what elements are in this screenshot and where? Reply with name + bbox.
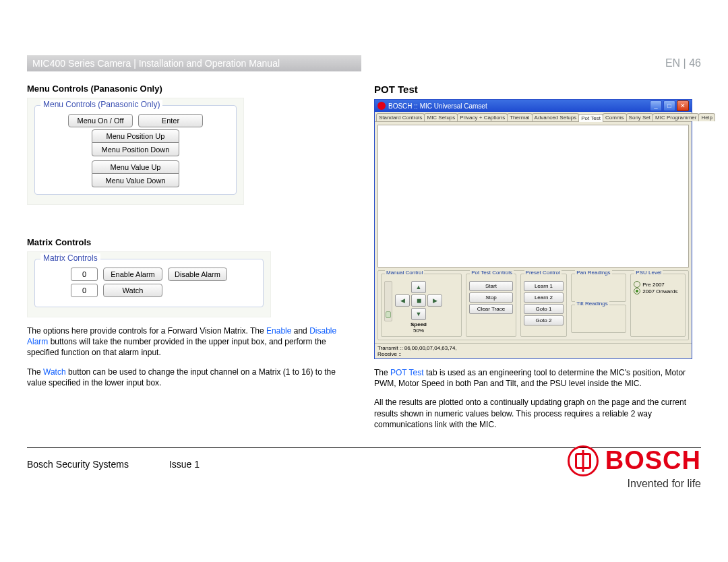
matrix-controls-panel: Matrix Controls Enable Alarm Disable Ala… xyxy=(27,251,271,317)
start-button[interactable]: Start xyxy=(469,281,512,291)
app-icon xyxy=(377,102,386,110)
menu-onoff-button[interactable]: Menu On / Off xyxy=(68,114,133,127)
status-bar: Transmit :: 86,00,00,07,04,63,74, Receiv… xyxy=(375,343,692,358)
tab-mic-programmer[interactable]: MIC Programmer xyxy=(653,113,699,121)
pot-test-description-2: All the results are plotted onto a conti… xyxy=(374,397,701,430)
lower-panel: Manual Control ▲ ◀ ◼ ▶ xyxy=(377,270,689,340)
tab-pot-test[interactable]: Pot Test xyxy=(578,114,603,122)
tab-bar: Standard ControlsMIC SetupsPrivacy + Cap… xyxy=(375,112,692,122)
speed-label: Speed50% xyxy=(395,321,442,334)
tab-help[interactable]: Help xyxy=(698,113,715,121)
arrow-center-button[interactable]: ◼ xyxy=(411,294,426,307)
matrix-description-2: The Watch button can be used to change t… xyxy=(27,367,354,388)
pot-test-controls-group: Pot Test Controls Start Stop Clear Trace xyxy=(466,274,516,337)
transmit-status: Transmit :: 86,00,00,07,04,63,74, xyxy=(377,345,689,351)
tab-thermal[interactable]: Thermal xyxy=(507,113,532,121)
menu-controls-heading: Menu Controls (Panasonic Only) xyxy=(27,84,354,94)
minimize-button[interactable]: _ xyxy=(650,100,662,111)
manual-control-group: Manual Control ▲ ◀ ◼ ▶ xyxy=(381,274,462,337)
maximize-button[interactable]: □ xyxy=(663,100,675,111)
matrix-description-1: The options here provide controls for a … xyxy=(27,325,354,358)
watch-number-input[interactable] xyxy=(71,284,98,297)
disable-alarm-button[interactable]: Disable Alarm xyxy=(168,268,227,281)
tilt-readings-group: Tilt Readings xyxy=(571,305,626,333)
bosch-slogan: Invented for life xyxy=(568,478,701,490)
pan-readings-title: Pan Readings xyxy=(575,270,611,276)
menu-controls-group-title: Menu Controls (Panasonic Only) xyxy=(40,100,162,109)
psu-level-group: PSU Level Pre 2007 2007 Onwards xyxy=(630,274,686,337)
alarm-number-input[interactable] xyxy=(71,268,98,281)
tab-sony-set[interactable]: Sony Set xyxy=(626,113,653,121)
page-number: EN | 46 xyxy=(665,57,701,69)
menu-controls-panel: Menu Controls (Panasonic Only) Menu On /… xyxy=(27,98,244,205)
matrix-controls-group-title: Matrix Controls xyxy=(40,253,100,263)
tab-advanced-setups[interactable]: Advanced Setups xyxy=(532,113,580,121)
matrix-controls-group: Matrix Controls Enable Alarm Disable Ala… xyxy=(34,259,264,307)
arrow-right-button[interactable]: ▶ xyxy=(427,294,442,307)
footer-company: Bosch Security Systems xyxy=(27,459,129,470)
menu-position-up-button[interactable]: Menu Position Up xyxy=(92,129,179,143)
arrow-down-button[interactable]: ▼ xyxy=(411,308,426,320)
learn-2-button[interactable]: Learn 2 xyxy=(524,292,564,303)
enable-alarm-button[interactable]: Enable Alarm xyxy=(103,268,162,281)
bosch-logo: BOSCH Invented for life xyxy=(568,445,701,490)
bosch-logo-icon xyxy=(568,445,599,476)
menu-position-down-button[interactable]: Menu Position Down xyxy=(92,143,179,156)
receive-status: Receive :: xyxy=(377,351,689,357)
footer-issue: Issue 1 xyxy=(169,459,200,470)
goto-1-button[interactable]: Goto 1 xyxy=(524,304,564,314)
tab-privacy-captions[interactable]: Privacy + Captions xyxy=(457,113,508,121)
menu-value-down-button[interactable]: Menu Value Down xyxy=(92,174,179,187)
window-titlebar: BOSCH :: MIC Universal Camset _ □ ✕ xyxy=(375,100,692,112)
graph-canvas xyxy=(377,125,689,268)
tab-mic-setups[interactable]: MIC Setups xyxy=(424,113,458,121)
enter-button[interactable]: Enter xyxy=(138,114,203,127)
learn-1-button[interactable]: Learn 1 xyxy=(524,281,564,291)
speed-slider[interactable] xyxy=(384,281,392,321)
pot-test-heading: POT Test xyxy=(374,84,701,95)
goto-2-button[interactable]: Goto 2 xyxy=(524,315,564,325)
arrow-up-button[interactable]: ▲ xyxy=(411,281,426,293)
header-title: MIC400 Series Camera | Installation and … xyxy=(27,55,361,71)
bosch-logo-text: BOSCH xyxy=(605,446,701,475)
camset-window: BOSCH :: MIC Universal Camset _ □ ✕ Stan… xyxy=(374,99,692,359)
window-title: BOSCH :: MIC Universal Camset xyxy=(388,102,487,110)
psu-level-title: PSU Level xyxy=(634,270,663,276)
psu-2007onwards-radio[interactable]: 2007 Onwards xyxy=(634,288,682,294)
preset-control-group: Preset Control Learn 1 Learn 2 Goto 1 Go… xyxy=(520,274,568,337)
tilt-readings-title: Tilt Readings xyxy=(575,301,609,307)
manual-control-title: Manual Control xyxy=(385,270,424,276)
close-button[interactable]: ✕ xyxy=(677,100,689,111)
stop-button[interactable]: Stop xyxy=(469,292,512,303)
preset-control-title: Preset Control xyxy=(524,270,562,276)
pot-test-description-1: The POT Test tab is used as an engineeri… xyxy=(374,367,701,389)
menu-value-up-button[interactable]: Menu Value Up xyxy=(92,160,179,174)
tab-comms[interactable]: Comms xyxy=(603,113,627,121)
pot-test-controls-title: Pot Test Controls xyxy=(470,270,514,276)
pan-readings-group: Pan Readings xyxy=(571,274,626,302)
arrow-left-button[interactable]: ◀ xyxy=(395,294,410,307)
watch-button[interactable]: Watch xyxy=(103,284,162,297)
clear-trace-button[interactable]: Clear Trace xyxy=(469,304,512,314)
psu-pre2007-radio[interactable]: Pre 2007 xyxy=(634,281,682,288)
tab-standard-controls[interactable]: Standard Controls xyxy=(376,113,425,121)
menu-controls-group: Menu Controls (Panasonic Only) Menu On /… xyxy=(34,105,237,195)
matrix-controls-heading: Matrix Controls xyxy=(27,237,354,247)
